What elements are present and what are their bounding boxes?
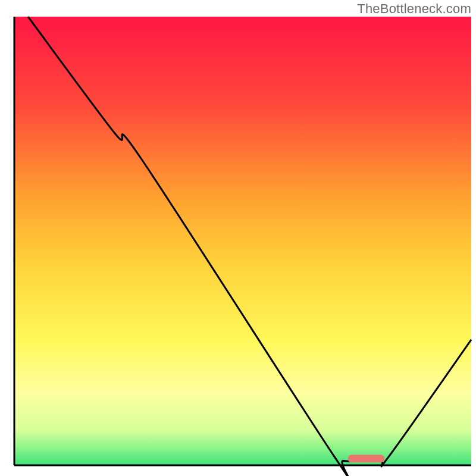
plot-background bbox=[14, 17, 471, 465]
optimal-marker bbox=[348, 455, 384, 462]
chart-container: TheBottleneck.com bbox=[0, 0, 476, 476]
bottleneck-chart bbox=[0, 0, 476, 476]
